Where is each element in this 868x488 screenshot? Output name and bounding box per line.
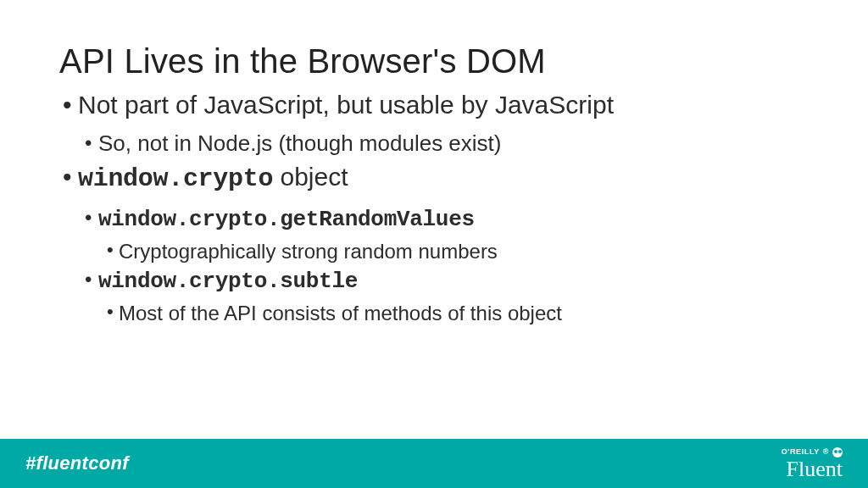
hashtag-label: #fluentconf <box>25 452 129 474</box>
slide-title: API Lives in the Browser's DOM <box>59 42 809 80</box>
bullet-level2: So, not in Node.js (though modules exist… <box>59 130 809 158</box>
slide-body: API Lives in the Browser's DOM Not part … <box>0 0 868 488</box>
bullet-level3: Cryptographically strong random numbers <box>59 238 809 264</box>
conference-name: Fluent <box>787 458 843 480</box>
publisher-row: O'REILLY® <box>782 447 843 458</box>
bullet-text: Cryptographically strong random numbers <box>119 240 498 263</box>
code-text: window.crypto.subtle <box>98 269 358 294</box>
bullet-level2: window.crypto.subtle <box>59 266 809 297</box>
bullet-text: object <box>273 163 348 191</box>
brand-block: O'REILLY® Fluent <box>782 447 843 480</box>
publisher-label: O'REILLY <box>782 448 820 456</box>
registered-mark: ® <box>823 448 829 456</box>
bullet-level1: window.crypto object <box>59 161 809 196</box>
bullet-text: So, not in Node.js (though modules exist… <box>98 130 501 156</box>
bullet-level3: Most of the API consists of methods of t… <box>59 300 809 326</box>
footer-bar: #fluentconf O'REILLY® Fluent <box>0 439 868 488</box>
bullet-text: Not part of JavaScript, but usable by Ja… <box>78 91 614 119</box>
bullet-text: Most of the API consists of methods of t… <box>119 302 562 324</box>
code-text: window.crypto.getRandomValues <box>98 207 475 232</box>
bullet-level1: Not part of JavaScript, but usable by Ja… <box>59 89 809 121</box>
tarsier-icon <box>832 447 843 458</box>
code-text: window.crypto <box>78 164 273 193</box>
bullet-level2: window.crypto.getRandomValues <box>59 204 809 235</box>
